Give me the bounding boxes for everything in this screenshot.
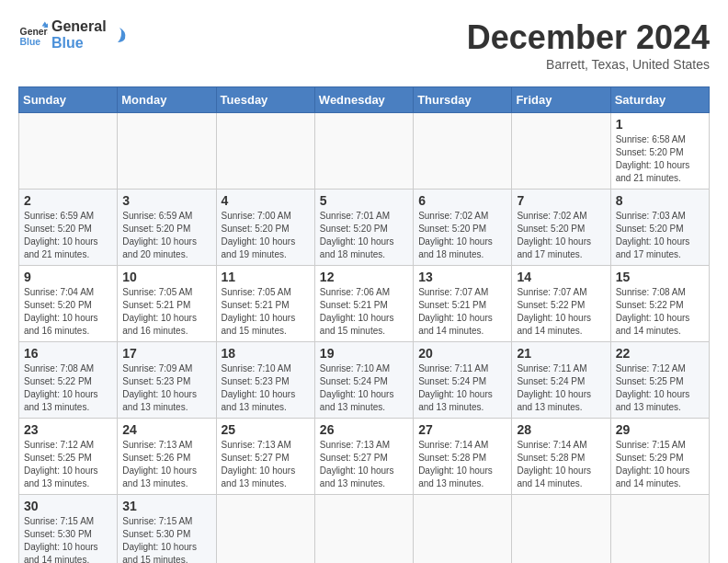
month-title: December 2024 <box>467 18 710 57</box>
calendar-cell <box>314 113 413 190</box>
day-info: Sunrise: 7:07 AM Sunset: 5:21 PM Dayligh… <box>418 286 506 338</box>
day-info: Sunrise: 7:11 AM Sunset: 5:24 PM Dayligh… <box>517 362 605 414</box>
calendar-cell: 10Sunrise: 7:05 AM Sunset: 5:21 PM Dayli… <box>118 266 216 342</box>
calendar-cell: 5Sunrise: 7:01 AM Sunset: 5:20 PM Daylig… <box>314 190 413 266</box>
day-info: Sunrise: 7:06 AM Sunset: 5:21 PM Dayligh… <box>320 286 408 338</box>
day-info: Sunrise: 7:15 AM Sunset: 5:29 PM Dayligh… <box>616 439 704 490</box>
svg-text:General: General <box>20 27 48 37</box>
day-info: Sunrise: 7:13 AM Sunset: 5:27 PM Dayligh… <box>222 439 310 490</box>
day-header-tuesday: Tuesday <box>216 87 314 113</box>
day-number: 2 <box>24 193 112 208</box>
day-number: 14 <box>517 270 605 284</box>
calendar-cell: 22Sunrise: 7:12 AM Sunset: 5:25 PM Dayli… <box>610 342 709 419</box>
day-info: Sunrise: 7:00 AM Sunset: 5:20 PM Dayligh… <box>222 210 310 261</box>
day-header-sunday: Sunday <box>19 87 118 113</box>
week-row-5: 23Sunrise: 7:12 AM Sunset: 5:25 PM Dayli… <box>19 419 710 495</box>
day-info: Sunrise: 7:05 AM Sunset: 5:21 PM Dayligh… <box>122 286 210 338</box>
day-number: 19 <box>320 346 408 361</box>
day-info: Sunrise: 7:12 AM Sunset: 5:25 PM Dayligh… <box>616 362 704 414</box>
week-row-4: 16Sunrise: 7:08 AM Sunset: 5:22 PM Dayli… <box>19 342 710 419</box>
day-info: Sunrise: 7:10 AM Sunset: 5:23 PM Dayligh… <box>222 362 310 414</box>
day-info: Sunrise: 7:14 AM Sunset: 5:28 PM Dayligh… <box>418 439 506 490</box>
calendar-cell <box>314 495 413 564</box>
day-number: 18 <box>222 346 310 361</box>
calendar-cell: 19Sunrise: 7:10 AM Sunset: 5:24 PM Dayli… <box>314 342 413 419</box>
logo-icon: General Blue <box>18 20 48 50</box>
calendar-cell: 7Sunrise: 7:02 AM Sunset: 5:20 PM Daylig… <box>512 190 610 266</box>
day-number: 30 <box>24 499 112 513</box>
calendar-cell <box>610 495 709 564</box>
day-header-thursday: Thursday <box>414 87 512 113</box>
calendar-cell <box>512 495 610 564</box>
calendar-cell <box>216 113 314 190</box>
title-area: December 2024 Barrett, Texas, United Sta… <box>467 18 710 72</box>
calendar-cell: 12Sunrise: 7:06 AM Sunset: 5:21 PM Dayli… <box>314 266 413 342</box>
calendar-cell: 13Sunrise: 7:07 AM Sunset: 5:21 PM Dayli… <box>414 266 512 342</box>
calendar-cell: 28Sunrise: 7:14 AM Sunset: 5:28 PM Dayli… <box>512 419 610 495</box>
day-number: 31 <box>122 499 210 513</box>
week-row-1: 1Sunrise: 6:58 AM Sunset: 5:20 PM Daylig… <box>19 113 710 190</box>
day-number: 24 <box>122 422 210 437</box>
logo-blue: Blue <box>51 35 107 52</box>
day-info: Sunrise: 6:58 AM Sunset: 5:20 PM Dayligh… <box>616 133 704 185</box>
day-info: Sunrise: 7:14 AM Sunset: 5:28 PM Dayligh… <box>517 439 605 490</box>
day-number: 29 <box>616 422 704 437</box>
calendar-cell: 21Sunrise: 7:11 AM Sunset: 5:24 PM Dayli… <box>512 342 610 419</box>
calendar-cell: 25Sunrise: 7:13 AM Sunset: 5:27 PM Dayli… <box>216 419 314 495</box>
day-header-monday: Monday <box>118 87 216 113</box>
day-number: 26 <box>320 422 408 437</box>
day-number: 8 <box>616 193 704 208</box>
calendar-cell: 31Sunrise: 7:15 AM Sunset: 5:30 PM Dayli… <box>118 495 216 564</box>
week-row-6: 30Sunrise: 7:15 AM Sunset: 5:30 PM Dayli… <box>19 495 710 564</box>
day-info: Sunrise: 7:13 AM Sunset: 5:27 PM Dayligh… <box>320 439 408 490</box>
day-info: Sunrise: 7:03 AM Sunset: 5:20 PM Dayligh… <box>616 210 704 261</box>
day-number: 1 <box>616 117 704 132</box>
day-number: 22 <box>616 346 704 361</box>
day-number: 9 <box>24 270 112 284</box>
day-info: Sunrise: 7:09 AM Sunset: 5:23 PM Dayligh… <box>122 362 210 414</box>
day-number: 21 <box>517 346 605 361</box>
logo: General Blue General Blue <box>18 18 129 52</box>
calendar-cell: 16Sunrise: 7:08 AM Sunset: 5:22 PM Dayli… <box>19 342 118 419</box>
calendar-cell: 6Sunrise: 7:02 AM Sunset: 5:20 PM Daylig… <box>414 190 512 266</box>
day-number: 28 <box>517 422 605 437</box>
week-row-3: 9Sunrise: 7:04 AM Sunset: 5:20 PM Daylig… <box>19 266 710 342</box>
calendar-cell: 15Sunrise: 7:08 AM Sunset: 5:22 PM Dayli… <box>610 266 709 342</box>
day-info: Sunrise: 7:15 AM Sunset: 5:30 PM Dayligh… <box>122 515 210 563</box>
week-row-2: 2Sunrise: 6:59 AM Sunset: 5:20 PM Daylig… <box>19 190 710 266</box>
day-info: Sunrise: 7:08 AM Sunset: 5:22 PM Dayligh… <box>24 362 112 414</box>
day-info: Sunrise: 7:05 AM Sunset: 5:21 PM Dayligh… <box>222 286 310 338</box>
day-info: Sunrise: 7:04 AM Sunset: 5:20 PM Dayligh… <box>24 286 112 338</box>
calendar-cell: 30Sunrise: 7:15 AM Sunset: 5:30 PM Dayli… <box>19 495 118 564</box>
day-number: 13 <box>418 270 506 284</box>
calendar-cell: 26Sunrise: 7:13 AM Sunset: 5:27 PM Dayli… <box>314 419 413 495</box>
day-number: 15 <box>616 270 704 284</box>
calendar-cell <box>118 113 216 190</box>
calendar-cell: 18Sunrise: 7:10 AM Sunset: 5:23 PM Dayli… <box>216 342 314 419</box>
day-number: 23 <box>24 422 112 437</box>
calendar-cell: 17Sunrise: 7:09 AM Sunset: 5:23 PM Dayli… <box>118 342 216 419</box>
header: General Blue General Blue December 2024 … <box>18 18 710 72</box>
day-info: Sunrise: 7:07 AM Sunset: 5:22 PM Dayligh… <box>517 286 605 338</box>
day-number: 20 <box>418 346 506 361</box>
location: Barrett, Texas, United States <box>467 57 710 72</box>
day-info: Sunrise: 7:10 AM Sunset: 5:24 PM Dayligh… <box>320 362 408 414</box>
header-row: SundayMondayTuesdayWednesdayThursdayFrid… <box>19 87 710 113</box>
day-number: 17 <box>122 346 210 361</box>
calendar-cell <box>414 495 512 564</box>
day-info: Sunrise: 7:08 AM Sunset: 5:22 PM Dayligh… <box>616 286 704 338</box>
day-number: 4 <box>222 193 310 208</box>
calendar-cell <box>216 495 314 564</box>
day-number: 11 <box>222 270 310 284</box>
day-info: Sunrise: 7:12 AM Sunset: 5:25 PM Dayligh… <box>24 439 112 490</box>
calendar-cell: 1Sunrise: 6:58 AM Sunset: 5:20 PM Daylig… <box>610 113 709 190</box>
calendar-cell <box>512 113 610 190</box>
day-number: 12 <box>320 270 408 284</box>
calendar-cell: 20Sunrise: 7:11 AM Sunset: 5:24 PM Dayli… <box>414 342 512 419</box>
calendar-table: SundayMondayTuesdayWednesdayThursdayFrid… <box>18 86 710 563</box>
day-number: 7 <box>517 193 605 208</box>
calendar-cell: 24Sunrise: 7:13 AM Sunset: 5:26 PM Dayli… <box>118 419 216 495</box>
day-header-friday: Friday <box>512 87 610 113</box>
day-number: 5 <box>320 193 408 208</box>
calendar-cell: 3Sunrise: 6:59 AM Sunset: 5:20 PM Daylig… <box>118 190 216 266</box>
